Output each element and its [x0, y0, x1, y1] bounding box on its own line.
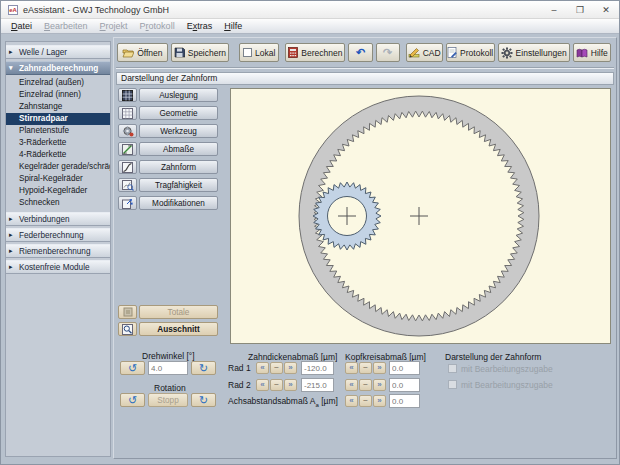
rad1-stepper: « − » [256, 362, 297, 374]
menu-extras[interactable]: Extras [181, 19, 219, 33]
sidebar-header-federberechnung[interactable]: ▸ Federberechnung [6, 228, 110, 242]
ausschnitt-button[interactable]: Ausschnitt [139, 322, 218, 336]
rad1-input[interactable] [301, 361, 334, 375]
calculate-button[interactable]: Berechnen [285, 43, 345, 62]
redo-button[interactable]: ↷ [376, 43, 400, 62]
rotation-ccw-button[interactable]: ↺ [120, 393, 145, 407]
settings-button[interactable]: Einstellungen [498, 43, 570, 62]
tooth-profile-icon [122, 162, 133, 173]
rotate-ccw-button[interactable]: ↺ [120, 361, 145, 375]
sidebar-header-riemenberechnung[interactable]: ▸ Riemenberechnung [6, 244, 110, 258]
kopf2-input[interactable] [389, 378, 420, 392]
sidebar-item-stirnradpaar[interactable]: Stirnradpaar [6, 113, 110, 125]
geometrie-icon-button[interactable] [118, 106, 137, 120]
undo-button[interactable]: ↶ [348, 43, 372, 62]
rotate-cw-button[interactable]: ↻ [191, 361, 216, 375]
ausschnitt-icon-button[interactable] [118, 322, 137, 336]
tragfaehigkeit-icon-button[interactable] [118, 178, 137, 192]
rad2-input[interactable] [301, 378, 334, 392]
rotation-cw-button[interactable]: ↻ [191, 393, 216, 407]
menu-hilfe[interactable]: Hilfe [218, 19, 248, 33]
help-book-icon [576, 48, 588, 58]
maximize-button[interactable]: ❐ [567, 1, 593, 18]
kopf1-stepper: « − » [345, 362, 386, 374]
sidebar-header-verbindungen[interactable]: ▸ Verbindungen [6, 212, 110, 226]
rad2-reset-button[interactable]: − [270, 379, 283, 391]
achsabstand-decrement-button[interactable]: « [345, 395, 358, 407]
sidebar-item-kegelraeder[interactable]: Kegelräder gerade/schräg [6, 161, 110, 173]
werkzeug-button[interactable]: Werkzeug [139, 124, 218, 138]
kopf1-increment-button[interactable]: » [373, 362, 386, 374]
kopf2-stepper: « − » [345, 379, 386, 391]
rad2-decrement-button[interactable]: « [256, 379, 269, 391]
rotate-cw-icon: ↻ [199, 363, 208, 374]
sidebar-item-zahnstange[interactable]: Zahnstange [6, 101, 110, 113]
totale-row: Totale [118, 305, 218, 319]
expanded-arrow-icon: ▾ [9, 64, 17, 72]
help-button[interactable]: Hilfe [573, 43, 611, 62]
auslegung-icon-button[interactable] [118, 88, 137, 102]
darstellung-label: Darstellung der Zahnform [445, 352, 541, 362]
minimize-button[interactable]: – [541, 1, 567, 18]
tragfaehigkeit-button[interactable]: Tragfähigkeit [139, 178, 218, 192]
sidebar-item-hypoid-kegelraeder[interactable]: Hypoid-Kegelräder [6, 185, 110, 197]
protocol-button[interactable]: Protokoll [446, 43, 495, 62]
close-button[interactable]: ✕ [593, 1, 619, 18]
kopf1-input[interactable] [389, 361, 420, 375]
modifikationen-icon-button[interactable] [118, 196, 137, 210]
open-button[interactable]: Öffnen [117, 43, 168, 62]
gear-drawing [231, 89, 612, 345]
totale-icon-button[interactable] [118, 305, 137, 319]
sidebar-header-zahnradberechnung[interactable]: ▾ Zahnradberechnung [6, 61, 110, 75]
menu-projekt[interactable]: Projekt [94, 19, 134, 33]
kopf1-reset-button[interactable]: − [359, 362, 372, 374]
view-button-row: Werkzeug [118, 124, 218, 138]
abmasse-icon-button[interactable] [118, 142, 137, 156]
zahnform-icon-button[interactable] [118, 160, 137, 174]
rad2-increment-button[interactable]: » [284, 379, 297, 391]
drehwinkel-input[interactable] [148, 361, 188, 375]
sidebar-item-einzelrad-aussen[interactable]: Einzelrad (außen) [6, 77, 110, 89]
cad-button[interactable]: CAD [406, 43, 443, 62]
collapsed-arrow-icon: ▸ [9, 48, 17, 56]
stopp-button[interactable]: Stopp [148, 393, 188, 407]
bearbeitungszugabe1-checkbox[interactable] [448, 364, 457, 373]
abmasse-button[interactable]: Abmaße [139, 142, 218, 156]
toolbar: Öffnen Speichern Lokal Berechnen ↶ ↷ [117, 42, 614, 63]
achsabstand-input[interactable] [389, 394, 420, 408]
achsabstand-increment-button[interactable]: » [373, 395, 386, 407]
save-button[interactable]: Speichern [171, 43, 229, 62]
rad1-increment-button[interactable]: » [284, 362, 297, 374]
tool-gear-icon [122, 126, 134, 137]
sidebar-item-4-raederkette[interactable]: 4-Räderkette [6, 149, 110, 161]
geometrie-button[interactable]: Geometrie [139, 106, 218, 120]
menu-protokoll[interactable]: Protokoll [134, 19, 181, 33]
app-icon: eA [8, 5, 18, 15]
sidebar-item-spiral-kegelraeder[interactable]: Spiral-Kegelräder [6, 173, 110, 185]
cad-pencil-icon [408, 47, 420, 58]
kopf2-reset-button[interactable]: − [359, 379, 372, 391]
kopf1-decrement-button[interactable]: « [345, 362, 358, 374]
sidebar-item-einzelrad-innen[interactable]: Einzelrad (innen) [6, 89, 110, 101]
sidebar-item-schnecken[interactable]: Schnecken [6, 197, 110, 209]
zahnform-button[interactable]: Zahnform [139, 160, 218, 174]
achsabstand-reset-button[interactable]: − [359, 395, 372, 407]
sidebar-header-kostenfreie-module[interactable]: ▸ Kostenfreie Module [6, 260, 110, 274]
undo-icon: ↶ [356, 47, 365, 58]
sidebar-header-welle-lager[interactable]: ▸ Welle / Lager [6, 45, 110, 59]
sidebar-item-3-raederkette[interactable]: 3-Räderkette [6, 137, 110, 149]
local-checkbox[interactable]: Lokal [239, 43, 279, 62]
menu-bearbeiten[interactable]: Bearbeiten [38, 19, 94, 33]
rad1-reset-button[interactable]: − [270, 362, 283, 374]
full-view-icon [123, 307, 133, 317]
modifikationen-button[interactable]: Modifikationen [139, 196, 218, 210]
sidebar-item-planetenstufe[interactable]: Planetenstufe [6, 125, 110, 137]
menu-datei[interactable]: Datei [5, 19, 38, 33]
kopf2-decrement-button[interactable]: « [345, 379, 358, 391]
werkzeug-icon-button[interactable] [118, 124, 137, 138]
bearbeitungszugabe2-checkbox[interactable] [448, 380, 457, 389]
kopf2-increment-button[interactable]: » [373, 379, 386, 391]
rad1-decrement-button[interactable]: « [256, 362, 269, 374]
auslegung-button[interactable]: Auslegung [139, 88, 218, 102]
totale-button[interactable]: Totale [139, 305, 218, 319]
